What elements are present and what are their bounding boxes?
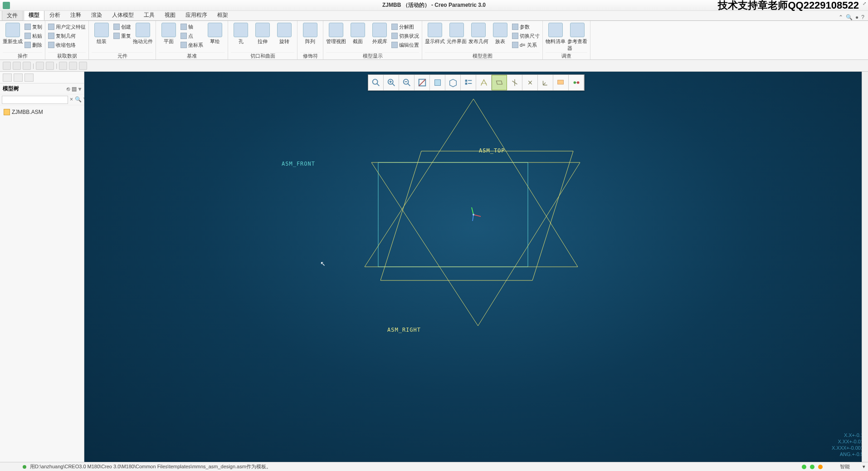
tree-search-clear-icon[interactable]: × bbox=[70, 96, 73, 103]
svg-line-15 bbox=[473, 215, 481, 216]
qat-regen-icon[interactable] bbox=[59, 62, 67, 70]
tree-root-item[interactable]: ZJMBB.ASM bbox=[3, 108, 81, 116]
tree-dd-icon[interactable]: ▾ bbox=[78, 86, 81, 92]
togglestate-button[interactable]: 切换状况 bbox=[391, 32, 419, 40]
tab-model[interactable]: 模型 bbox=[24, 10, 44, 20]
repeat-button[interactable]: 重复 bbox=[113, 32, 131, 40]
switchdim-button[interactable]: 切换尺寸 bbox=[512, 32, 540, 40]
rib-label-ops: 操作 bbox=[3, 52, 42, 59]
compiface-button[interactable]: 元件界面 bbox=[447, 22, 467, 45]
publish-button[interactable]: 发布几何 bbox=[468, 22, 488, 45]
rib-label-cutsurf: 切口和曲面 bbox=[231, 52, 294, 59]
tab-annotate[interactable]: 注释 bbox=[65, 10, 86, 20]
qat-undo-icon[interactable] bbox=[36, 62, 44, 70]
dispstyle-button[interactable]: 显示样式 bbox=[425, 22, 445, 45]
nav-tab-fav-icon[interactable] bbox=[24, 74, 34, 82]
ribbon-min-icon[interactable]: ⌃ bbox=[839, 14, 843, 20]
tab-file[interactable]: 文件 bbox=[2, 10, 23, 20]
section-button[interactable]: 截面 bbox=[348, 22, 368, 45]
status-browser-icon[interactable] bbox=[13, 464, 19, 470]
search-icon[interactable]: 🔍 bbox=[846, 14, 853, 20]
window-title: ZJMBB （活动的） - Creo Parametric 3.0 bbox=[382, 1, 486, 9]
svg-marker-14 bbox=[371, 162, 580, 326]
rib-label-inv: 调查 bbox=[546, 52, 587, 59]
extrude-button[interactable]: 拉伸 bbox=[253, 22, 273, 45]
revolve-button[interactable]: 旋转 bbox=[274, 22, 294, 45]
appearance-button[interactable]: 外观库 bbox=[370, 22, 390, 45]
asm-icon bbox=[4, 109, 10, 115]
navigator-tabs bbox=[0, 72, 84, 83]
regenerate-label: 重新生成 bbox=[3, 38, 23, 45]
paste-button[interactable]: 粘贴 bbox=[24, 32, 42, 40]
rib-group-modeldisp: 管理视图 截面 外观库 分解图 切换状况 编辑位置 模型显示 bbox=[323, 21, 422, 59]
tab-apps[interactable]: 应用程序 bbox=[180, 10, 212, 20]
relations-button[interactable]: d= 关系 bbox=[512, 41, 540, 49]
nav-tab-folder-icon[interactable] bbox=[14, 74, 23, 82]
tips-icon[interactable]: ● bbox=[855, 14, 858, 20]
tree-search-input[interactable] bbox=[2, 96, 68, 104]
close-icon[interactable]: ⤢ bbox=[863, 1, 866, 6]
rib-group-getdata: 用户定义特征 复制几何 收缩包络 获取数据 bbox=[45, 21, 89, 59]
status-led-orange-icon bbox=[818, 465, 823, 469]
sidebar: 模型树 ⎋ ▤ ▾ × 🔍 ▽ + ZJMBB.ASM bbox=[0, 72, 84, 462]
create-button[interactable]: 创建 bbox=[113, 23, 131, 31]
delete-button[interactable]: 删除 bbox=[24, 41, 42, 49]
shrinkwrap-button[interactable]: 收缩包络 bbox=[48, 41, 86, 49]
tree-search-go-icon[interactable]: 🔍 bbox=[75, 96, 82, 103]
right-collapsed-panel[interactable] bbox=[862, 72, 868, 462]
axis-button[interactable]: 轴 bbox=[180, 23, 203, 31]
manage-views-button[interactable]: 管理视图 bbox=[326, 22, 346, 45]
bom-button[interactable]: 物料清单 bbox=[546, 22, 566, 45]
qat-close-icon[interactable] bbox=[79, 62, 87, 70]
explode-button[interactable]: 分解图 bbox=[391, 23, 419, 31]
editpos-button[interactable]: 编辑位置 bbox=[391, 41, 419, 49]
watermark-text: 技术支持章老师QQ2229108522 bbox=[718, 0, 859, 12]
assemble-button[interactable]: 组装 bbox=[92, 22, 112, 45]
params-button[interactable]: 参数 bbox=[512, 23, 540, 31]
tab-analysis[interactable]: 分析 bbox=[44, 10, 65, 20]
rib-label-getdata: 获取数据 bbox=[48, 52, 86, 59]
datum-geometry bbox=[84, 72, 868, 462]
tab-tools[interactable]: 工具 bbox=[139, 10, 160, 20]
tree-settings-icon[interactable]: ⎋ bbox=[67, 86, 70, 92]
qat-redo-icon[interactable] bbox=[46, 62, 54, 70]
refviewer-button[interactable]: 参考查看器 bbox=[567, 22, 587, 52]
graphics-viewport[interactable]: ASM_FRONT ASM_TOP ASM_RIGHT ↖ X.X+-0.1 X… bbox=[84, 72, 868, 462]
tab-render[interactable]: 渲染 bbox=[86, 10, 107, 20]
regenerate-button[interactable]: 重新生成 bbox=[3, 22, 23, 45]
qat-open-icon[interactable] bbox=[13, 62, 21, 70]
title-bar: ZJMBB （活动的） - Creo Parametric 3.0 技术支持章老… bbox=[0, 0, 868, 11]
title-right-controls: ⌃ 🔍 ● ? bbox=[839, 14, 868, 20]
datum-front-label: ASM_FRONT bbox=[282, 161, 315, 167]
tree-show-icon[interactable]: ▤ bbox=[72, 86, 77, 92]
status-bar: 用D:\anzhuang\CREO3.0 M180\Creo 3.0\M180\… bbox=[0, 462, 868, 471]
copygeom-button[interactable]: 复制几何 bbox=[48, 32, 86, 40]
plane-button[interactable]: 平面 bbox=[159, 22, 179, 45]
hole-button[interactable]: 孔 bbox=[231, 22, 251, 45]
family-button[interactable]: 族表 bbox=[490, 22, 510, 45]
qat-new-icon[interactable] bbox=[3, 62, 11, 70]
qat-windows-icon[interactable] bbox=[69, 62, 77, 70]
datum-top-label: ASM_TOP bbox=[479, 147, 505, 154]
tree-search-row: × 🔍 ▽ + bbox=[0, 94, 84, 105]
tab-frame[interactable]: 框架 bbox=[212, 10, 233, 20]
drag-component-button[interactable]: 拖动元件 bbox=[133, 22, 153, 45]
point-button[interactable]: 点 bbox=[180, 32, 203, 40]
pattern-button[interactable]: 阵列 bbox=[300, 22, 320, 45]
nav-tab-tree-icon[interactable] bbox=[3, 74, 12, 82]
qat-sep2: | bbox=[56, 63, 57, 69]
status-filter-dd-icon[interactable]: ▾ bbox=[863, 464, 865, 470]
help-icon[interactable]: ? bbox=[861, 14, 864, 20]
sketch-button[interactable]: 草绘 bbox=[205, 22, 225, 45]
status-nav-icon[interactable] bbox=[3, 464, 9, 470]
svg-line-16 bbox=[472, 207, 473, 215]
tab-manikin[interactable]: 人体模型 bbox=[107, 10, 139, 20]
tab-view[interactable]: 视图 bbox=[160, 10, 180, 20]
prec-l1: X.X+-0.1 bbox=[832, 432, 863, 438]
model-tree[interactable]: ZJMBB.ASM bbox=[0, 105, 84, 119]
rib-group-modifiers: 阵列 修饰符 bbox=[297, 21, 323, 59]
qat-save-icon[interactable] bbox=[23, 62, 31, 70]
udf-button[interactable]: 用户定义特征 bbox=[48, 23, 86, 31]
copy-button[interactable]: 复制 bbox=[24, 23, 42, 31]
csys-button[interactable]: 坐标系 bbox=[180, 41, 203, 49]
